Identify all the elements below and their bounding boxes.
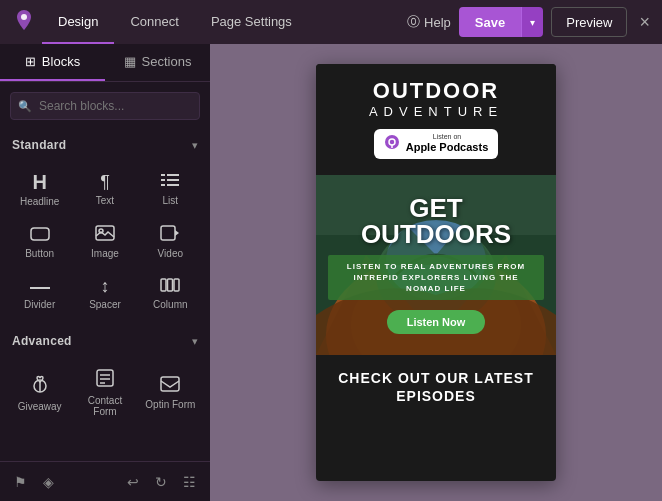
- contact-form-icon: [95, 368, 115, 391]
- nav-tab-connect[interactable]: Connect: [114, 0, 194, 44]
- help-button[interactable]: ⓪ Help: [407, 13, 451, 31]
- block-divider[interactable]: Divider: [8, 269, 71, 318]
- sections-icon: ▦: [124, 54, 136, 69]
- headline-icon: H: [32, 172, 46, 192]
- search-input[interactable]: [10, 92, 200, 120]
- preview-button[interactable]: Preview: [551, 7, 627, 37]
- giveaway-label: Giveaway: [18, 401, 62, 412]
- canvas-area: OUTDOOR ADVENTURE Listen on: [210, 44, 662, 501]
- nav-tabs: Design Connect Page Settings: [42, 0, 308, 44]
- svg-rect-4: [167, 179, 179, 181]
- sidebar: ⊞ Blocks ▦ Sections 🔍 Standard ▾ H Hea: [0, 44, 210, 501]
- standard-section-header[interactable]: Standard ▾: [0, 130, 210, 160]
- video-label: Video: [158, 248, 183, 259]
- list-icon: [161, 173, 179, 191]
- save-button[interactable]: Save: [459, 7, 521, 37]
- nav-tab-design[interactable]: Design: [42, 0, 114, 44]
- podcast-icon: [384, 134, 400, 153]
- blocks-tab-label: Blocks: [42, 54, 80, 69]
- svg-point-0: [21, 14, 27, 20]
- email-title-adventure: ADVENTURE: [332, 104, 540, 119]
- sections-tab-label: Sections: [142, 54, 192, 69]
- block-optin-form[interactable]: Optin Form: [139, 360, 202, 425]
- standard-collapse-icon: ▾: [192, 139, 198, 152]
- bottom-right-tools: ↩ ↻ ☷: [127, 474, 196, 490]
- email-preview: OUTDOOR ADVENTURE Listen on: [316, 64, 556, 481]
- text-label: Text: [96, 195, 114, 206]
- logo: [12, 8, 36, 36]
- listen-now-button[interactable]: Listen Now: [387, 310, 486, 334]
- button-block-label: Button: [25, 248, 54, 259]
- button-block-icon: [30, 226, 50, 244]
- block-button[interactable]: Button: [8, 217, 71, 267]
- block-giveaway[interactable]: Giveaway: [8, 360, 71, 425]
- search-wrapper: 🔍: [10, 92, 200, 120]
- close-button[interactable]: ×: [639, 12, 650, 33]
- svg-rect-1: [161, 174, 165, 176]
- svg-rect-7: [31, 228, 49, 240]
- advanced-section-title: Advanced: [12, 334, 72, 348]
- block-list[interactable]: List: [139, 164, 202, 215]
- text-icon: ¶: [100, 173, 110, 191]
- bottom-toolbar: ⚑ ◈ ↩ ↻ ☷: [0, 461, 210, 501]
- episodes-title: CHECK OUT OUR LATEST EPISODES: [330, 369, 542, 405]
- giveaway-icon: [30, 374, 50, 397]
- list-label: List: [163, 195, 179, 206]
- podcast-text: Listen on Apple Podcasts: [406, 133, 489, 155]
- main-layout: ⊞ Blocks ▦ Sections 🔍 Standard ▾ H Hea: [0, 44, 662, 501]
- blocks-icon: ⊞: [25, 54, 36, 69]
- image-label: Image: [91, 248, 119, 259]
- sidebar-tab-blocks[interactable]: ⊞ Blocks: [0, 44, 105, 81]
- standard-section-title: Standard: [12, 138, 66, 152]
- podcast-listen-on: Listen on: [406, 133, 489, 141]
- email-header: OUTDOOR ADVENTURE Listen on: [316, 64, 556, 175]
- svg-rect-10: [161, 226, 175, 240]
- undo-icon[interactable]: ↩: [127, 474, 139, 490]
- description-box: LISTEN TO REAL ADVENTURES FROM INTREPID …: [328, 255, 544, 301]
- spacer-icon: ↕: [100, 277, 109, 295]
- search-container: 🔍: [0, 82, 210, 130]
- spacer-label: Spacer: [89, 299, 121, 310]
- video-icon: [160, 225, 180, 244]
- block-text[interactable]: ¶ Text: [73, 164, 136, 215]
- block-column[interactable]: Column: [139, 269, 202, 318]
- help-icon: ⓪: [407, 13, 420, 31]
- sidebar-tabs: ⊞ Blocks ▦ Sections: [0, 44, 210, 82]
- hero-line2: OUTDOORS: [361, 219, 511, 249]
- block-headline[interactable]: H Headline: [8, 164, 71, 215]
- svg-rect-14: [174, 279, 179, 291]
- hero-headline: GET OUTDOORS: [361, 195, 511, 247]
- podcast-platform: Apple Podcasts: [406, 141, 489, 154]
- nav-tab-page-settings[interactable]: Page Settings: [195, 0, 308, 44]
- search-icon: 🔍: [18, 100, 32, 113]
- column-label: Column: [153, 299, 187, 310]
- save-button-group: Save ▾: [459, 7, 543, 37]
- flag-icon[interactable]: ⚑: [14, 474, 27, 490]
- svg-rect-5: [161, 184, 165, 186]
- column-icon: [160, 277, 180, 295]
- layers-icon[interactable]: ◈: [43, 474, 54, 490]
- svg-rect-21: [161, 377, 179, 391]
- save-dropdown-button[interactable]: ▾: [521, 7, 543, 37]
- top-navigation: Design Connect Page Settings ⓪ Help Save…: [0, 0, 662, 44]
- svg-rect-13: [168, 279, 173, 291]
- optin-form-label: Optin Form: [145, 399, 195, 410]
- svg-rect-6: [167, 184, 179, 186]
- tent-overlay: GET OUTDOORS LISTEN TO REAL ADVENTURES F…: [316, 175, 556, 355]
- block-spacer[interactable]: ↕ Spacer: [73, 269, 136, 318]
- block-video[interactable]: Video: [139, 217, 202, 267]
- sidebar-tab-sections[interactable]: ▦ Sections: [105, 44, 210, 81]
- advanced-section-header[interactable]: Advanced ▾: [0, 326, 210, 356]
- advanced-blocks-grid: Giveaway Contact Form: [0, 356, 210, 429]
- bottom-left-tools: ⚑ ◈: [14, 474, 54, 490]
- divider-icon: [30, 277, 50, 295]
- optin-form-icon: [160, 376, 180, 395]
- email-title-outdoor: OUTDOOR: [332, 80, 540, 102]
- help-label: Help: [424, 15, 451, 30]
- advanced-collapse-icon: ▾: [192, 335, 198, 348]
- block-contact-form[interactable]: Contact Form: [73, 360, 136, 425]
- redo-icon[interactable]: ↻: [155, 474, 167, 490]
- block-image[interactable]: Image: [73, 217, 136, 267]
- description-text: LISTEN TO REAL ADVENTURES FROM INTREPID …: [338, 261, 534, 295]
- device-icon[interactable]: ☷: [183, 474, 196, 490]
